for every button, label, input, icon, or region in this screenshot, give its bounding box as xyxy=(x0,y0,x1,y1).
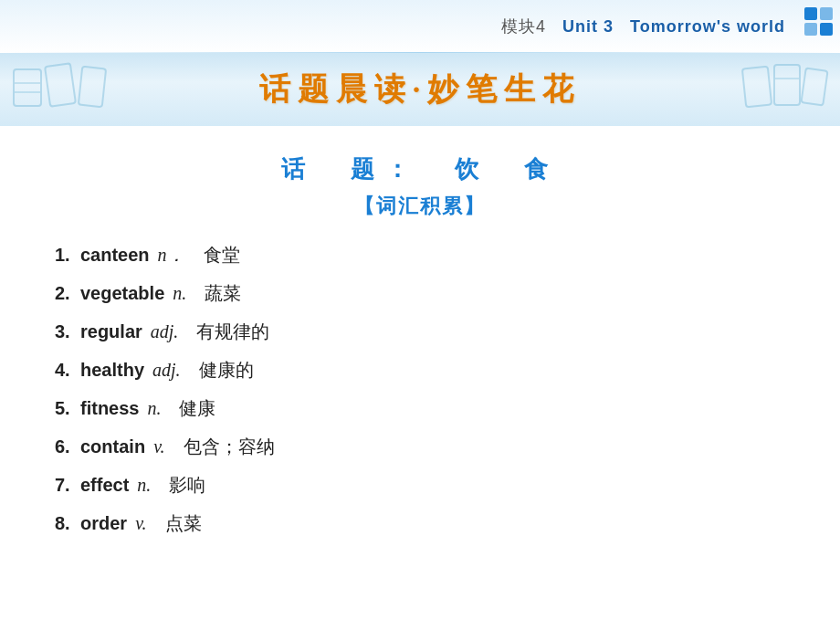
header-text: 模块4 Unit 3 Tomorrow's world xyxy=(501,16,785,37)
vocab-list-item: 3. regular adj. 有规律的 xyxy=(55,319,785,344)
vocab-word: effect xyxy=(80,472,129,498)
vocab-meaning: 食堂 xyxy=(204,242,240,268)
vocab-list-item: 1. canteen n． 食堂 xyxy=(55,242,785,268)
title-label: Tomorrow's world xyxy=(630,17,785,36)
vocab-list-item: 7. effect n. 影响 xyxy=(55,472,785,498)
main-content: 话 题： 饮 食 【词汇积累】 1. canteen n． 食堂 2. vege… xyxy=(0,135,840,630)
left-decoration-icon xyxy=(9,60,119,119)
vocab-word: vegetable xyxy=(80,280,164,306)
vocab-word: fitness xyxy=(80,395,139,421)
vocab-list-item: 6. contain v. 包含；容纳 xyxy=(55,434,785,459)
svg-rect-4 xyxy=(79,67,106,107)
vocab-word: canteen xyxy=(80,242,150,268)
banner-title: 话题晨读·妙笔生花 xyxy=(259,68,582,110)
vocab-number: 6. xyxy=(55,434,80,459)
vocab-pos: adj. xyxy=(146,319,179,344)
vocab-list-item: 4. healthy adj. 健康的 xyxy=(55,357,785,383)
vocab-list-item: 2. vegetable n. 蔬菜 xyxy=(55,280,785,306)
vocab-number: 5. xyxy=(55,395,80,421)
vocab-word: order xyxy=(80,510,127,536)
vocab-heading: 【词汇积累】 xyxy=(55,193,785,220)
vocab-meaning: 蔬菜 xyxy=(205,280,241,306)
vocab-number: 4. xyxy=(55,357,80,383)
vocab-word: regular xyxy=(80,319,142,344)
vocab-pos: adj. xyxy=(148,357,181,383)
vocab-list-item: 8. order v. 点菜 xyxy=(55,510,785,536)
vocab-meaning: 健康 xyxy=(179,395,215,421)
svg-rect-3 xyxy=(45,63,76,106)
vocab-list-item: 5. fitness n. 健康 xyxy=(55,395,785,421)
module-label: 模块4 xyxy=(501,17,546,36)
vocab-number: 8. xyxy=(55,510,80,536)
blue-squares-decoration xyxy=(804,7,833,36)
vocab-number: 1. xyxy=(55,242,80,268)
vocab-meaning: 点菜 xyxy=(165,510,202,536)
svg-rect-8 xyxy=(801,68,827,106)
blue-sq-3 xyxy=(804,23,817,36)
vocab-number: 3. xyxy=(55,319,80,344)
vocab-meaning: 包含；容纳 xyxy=(184,434,275,459)
header: 模块4 Unit 3 Tomorrow's world xyxy=(0,0,840,53)
blue-sq-1 xyxy=(804,7,817,20)
vocab-pos: n． xyxy=(153,242,185,268)
vocab-meaning: 有规律的 xyxy=(196,319,269,344)
unit-label: Unit 3 xyxy=(562,17,614,36)
title-banner: 话题晨读·妙笔生花 xyxy=(0,53,840,126)
vocab-word: healthy xyxy=(80,357,144,383)
vocab-number: 2. xyxy=(55,280,80,306)
blue-sq-2 xyxy=(820,7,833,20)
vocab-meaning: 健康的 xyxy=(199,357,254,383)
svg-rect-6 xyxy=(774,65,800,105)
vocab-pos: v. xyxy=(131,510,146,536)
vocab-word: contain xyxy=(80,434,145,459)
topic-line: 话 题： 饮 食 xyxy=(55,153,785,185)
vocab-meaning: 影响 xyxy=(169,472,205,498)
vocab-number: 7. xyxy=(55,472,80,498)
vocab-pos: v. xyxy=(149,434,164,459)
svg-rect-0 xyxy=(14,69,41,106)
svg-rect-5 xyxy=(742,67,772,108)
vocab-list: 1. canteen n． 食堂 2. vegetable n. 蔬菜 3. r… xyxy=(55,242,785,536)
vocab-pos: n. xyxy=(132,472,151,498)
vocab-pos: n. xyxy=(142,395,161,421)
vocab-heading-text: 【词汇积累】 xyxy=(354,194,486,217)
vocab-pos: n. xyxy=(168,280,186,306)
blue-sq-4 xyxy=(820,23,833,36)
right-decoration-icon xyxy=(740,60,831,119)
